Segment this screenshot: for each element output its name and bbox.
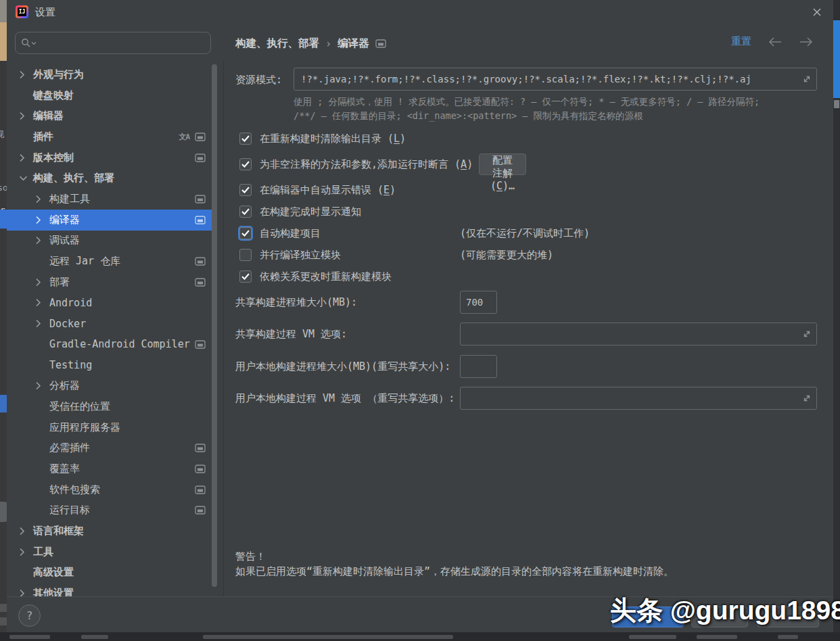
checkbox-row[interactable]: 在重新构建时清除输出目录 (L) — [239, 127, 406, 150]
sidebar-item[interactable]: 构建、执行、部署 — [7, 168, 212, 189]
chevron-right-icon[interactable] — [35, 320, 45, 328]
sidebar-item[interactable]: 调试器 — [7, 231, 212, 252]
checkbox-row[interactable]: 自动构建项目(仅在不运行/不调试时工作) — [239, 222, 321, 245]
sidebar-item[interactable]: Android — [7, 293, 212, 314]
checkbox[interactable] — [239, 184, 252, 196]
field-input[interactable] — [460, 387, 817, 410]
checkbox[interactable] — [239, 158, 252, 170]
sidebar-item[interactable]: 运行目标 — [7, 500, 212, 521]
help-button[interactable]: ? — [18, 604, 41, 627]
background-scrollbar-fragment — [833, 20, 840, 98]
chevron-right-icon[interactable] — [35, 216, 45, 224]
sidebar-item[interactable]: 必需插件 — [7, 437, 212, 458]
checkbox-note: (仅在不运行/不调试时工作) — [460, 227, 590, 240]
sidebar-item[interactable]: 高级设置 — [7, 563, 212, 584]
resource-pattern-input[interactable] — [294, 68, 817, 91]
chevron-right-icon[interactable] — [35, 299, 45, 307]
close-icon[interactable] — [810, 5, 824, 19]
screen-icon — [195, 133, 206, 141]
checkbox-label[interactable]: 在重新构建时清除输出目录 (L) — [260, 133, 406, 145]
sidebar-item[interactable]: 键盘映射 — [7, 85, 212, 106]
chevron-right-icon[interactable] — [19, 527, 28, 535]
watermark: 头条 @gurugu1898 — [610, 592, 833, 629]
checkbox-row[interactable]: 在编辑器中自动显示错误 (E) — [239, 179, 396, 201]
checkbox-label[interactable]: 并行编译独立模块 — [260, 249, 341, 262]
chevron-right-icon[interactable] — [19, 153, 28, 162]
warning-title: 警告！ — [235, 550, 266, 563]
sidebar-item[interactable]: 构建工具 — [7, 189, 212, 210]
sidebar-item-icons — [195, 485, 212, 494]
sidebar-item-label: 覆盖率 — [49, 462, 80, 475]
sidebar-item[interactable]: 编译器 — [7, 210, 212, 231]
field-label: 用户本地构建过程 VM 选项 （重写共享选项）: — [235, 392, 454, 405]
sidebar-item[interactable]: 语言和框架 — [7, 521, 212, 542]
checkbox-row[interactable]: 为非空注释的方法和参数,添加运行时断言 (A)配置注解(C)… — [239, 153, 473, 176]
sidebar-item[interactable]: Docker — [7, 313, 212, 334]
sidebar-item[interactable]: 外观与行为 — [7, 64, 212, 85]
chevron-right-icon[interactable] — [35, 195, 45, 203]
sidebar-item[interactable]: Testing — [7, 355, 212, 376]
screen-icon — [195, 444, 206, 452]
sidebar-item[interactable]: 覆盖率 — [7, 458, 212, 479]
sidebar-item[interactable]: 远程 Jar 仓库 — [7, 251, 212, 272]
statusbar-noise — [778, 635, 798, 639]
chevron-right-icon[interactable] — [19, 590, 28, 596]
checkbox-label[interactable]: 自动构建项目 — [260, 227, 321, 240]
chevron-right-icon[interactable] — [19, 112, 28, 120]
sidebar-item[interactable]: 其他设置 — [7, 583, 212, 596]
search-input[interactable] — [39, 37, 205, 50]
sidebar-item-icons — [195, 340, 212, 349]
field-input[interactable] — [460, 323, 817, 346]
chevron-down-icon[interactable] — [19, 174, 28, 183]
sidebar-item-label: 远程 Jar 仓库 — [49, 255, 120, 268]
checkbox[interactable] — [239, 133, 252, 145]
sidebar-item-label: 编译器 — [49, 214, 80, 227]
sidebar-item[interactable]: 插件文A — [7, 126, 212, 147]
checkbox-label[interactable]: 在构建完成时显示通知 — [260, 206, 361, 218]
sidebar-item-label: 构建、执行、部署 — [33, 172, 114, 185]
settings-search[interactable] — [15, 32, 211, 54]
checkbox-label[interactable]: 在编辑器中自动显示错误 (E) — [260, 184, 396, 197]
checkbox-label[interactable]: 依赖关系更改时重新构建模块 — [260, 270, 392, 283]
sidebar-item[interactable]: Gradle-Android Compiler — [7, 334, 212, 355]
expand-field-icon[interactable] — [802, 74, 812, 84]
reset-link[interactable]: 重置 — [731, 35, 751, 48]
chevron-right-icon[interactable] — [19, 548, 28, 556]
sidebar-item[interactable]: 应用程序服务器 — [7, 417, 212, 438]
sidebar-item[interactable]: 编辑器 — [7, 105, 212, 126]
breadcrumb-path[interactable]: 构建、执行、部署 — [235, 37, 319, 51]
checkbox-row[interactable]: 在构建完成时显示通知 — [239, 200, 361, 223]
chevron-right-icon[interactable] — [19, 70, 28, 78]
screen-icon — [195, 465, 206, 473]
search-icon[interactable] — [21, 38, 37, 48]
configure-annotations-button[interactable]: 配置注解(C)… — [479, 153, 526, 175]
field-input[interactable] — [460, 291, 497, 314]
sidebar-item[interactable]: 软件包搜索 — [7, 479, 212, 500]
expand-field-icon[interactable] — [802, 329, 812, 339]
chevron-right-icon[interactable] — [35, 237, 45, 245]
checkbox-row[interactable]: 依赖关系更改时重新构建模块 — [239, 265, 392, 288]
sidebar-item[interactable]: 工具 — [7, 542, 212, 563]
checkbox-row[interactable]: 并行编译独立模块(可能需要更大的堆) — [239, 243, 341, 266]
statusbar-noise — [203, 635, 453, 639]
field-input[interactable] — [460, 355, 497, 378]
back-arrow-icon[interactable] — [768, 37, 783, 47]
sidebar-item[interactable]: 版本控制 — [7, 147, 212, 168]
checkbox[interactable] — [239, 227, 252, 239]
background-fragment — [0, 604, 7, 612]
chevron-right-icon[interactable] — [35, 382, 45, 390]
checkbox[interactable] — [239, 206, 252, 218]
checkbox[interactable] — [239, 270, 252, 283]
screen-icon — [195, 153, 206, 162]
checkbox[interactable] — [239, 249, 252, 261]
tree-scrollbar[interactable] — [212, 64, 217, 587]
screen-icon — [195, 340, 206, 349]
expand-field-icon[interactable] — [802, 394, 812, 403]
sidebar-item[interactable]: 受信任的位置 — [7, 396, 212, 417]
sidebar-item-label: 部署 — [49, 276, 70, 289]
sidebar-item[interactable]: 分析器 — [7, 375, 212, 396]
forward-arrow-icon[interactable] — [799, 37, 814, 47]
sidebar-item[interactable]: 部署 — [7, 272, 212, 293]
checkbox-label[interactable]: 为非空注释的方法和参数,添加运行时断言 (A) — [260, 158, 473, 171]
chevron-right-icon[interactable] — [35, 278, 45, 286]
